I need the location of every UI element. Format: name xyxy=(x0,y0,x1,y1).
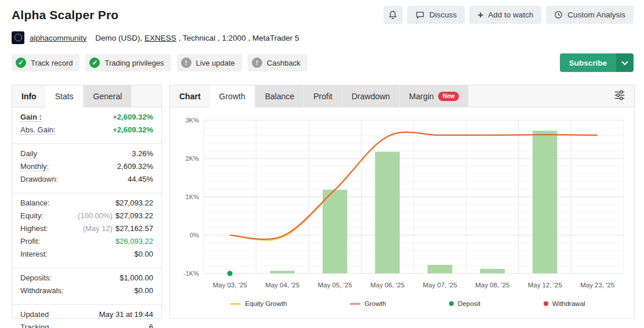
custom-analysis-button[interactable]: Custom Analysis xyxy=(546,6,634,24)
account-avatar[interactable] xyxy=(12,31,24,44)
legend-label: Withdrawal xyxy=(552,300,585,307)
stat-label[interactable]: Abs. Gain: xyxy=(20,125,56,135)
badge-label: Live update xyxy=(196,59,235,67)
subscribe-dropdown-button[interactable] xyxy=(616,53,634,72)
growth-chart-area[interactable]: 3K%2K%1K%0%-1K%May 03, '25May 04, '25May… xyxy=(170,107,634,294)
discuss-label: Discuss xyxy=(429,10,457,19)
chevron-down-icon xyxy=(621,57,628,68)
stat-value: 44.45% xyxy=(128,175,153,183)
stat-label[interactable]: Gain : xyxy=(20,113,42,122)
badge-cashback[interactable]: ! Cashback xyxy=(248,54,307,71)
stat-label[interactable]: Monthly: xyxy=(20,162,49,171)
svg-text:1K%: 1K% xyxy=(186,193,199,200)
account-meta: Demo (USD), EXNESS , Technical , 1:2000 … xyxy=(95,34,299,42)
stat-row-drawdown: Drawdown: 44.45% xyxy=(20,175,153,188)
subscribe-split-button: Subscribe xyxy=(560,53,634,72)
stat-label[interactable]: Daily xyxy=(20,149,37,158)
check-icon: ✓ xyxy=(89,57,100,68)
stat-row-abs-gain: Abs. Gain: +2,609.32% xyxy=(20,125,153,138)
stat-value-main: $27,162.57 xyxy=(115,224,153,233)
svg-text:May 03, '25: May 03, '25 xyxy=(213,282,247,289)
svg-text:May 07, '25: May 07, '25 xyxy=(423,282,457,289)
chart-tabs: Chart Growth Balance Profit Drawdown Mar… xyxy=(170,85,634,107)
legend-label: Equity Growth xyxy=(245,300,287,307)
header: Alpha Scalper Pro Discuss + Add to watch xyxy=(12,6,634,24)
stat-value: (May 12)$27,162.57 xyxy=(83,224,153,233)
legend-item[interactable]: Deposit xyxy=(449,300,480,307)
stat-group-rates: Daily 3.26% Monthly: 2,609.32% Drawdown:… xyxy=(12,144,161,193)
tab-growth[interactable]: Growth xyxy=(210,85,255,107)
badge-track-record[interactable]: ✓ Track record xyxy=(12,54,79,71)
stat-row-deposits: Deposits: $1,000.00 xyxy=(20,273,153,286)
legend-item[interactable]: Growth xyxy=(350,300,386,307)
stat-value: $0.00 xyxy=(134,250,153,258)
badge-row: ✓ Track record ✓ Trading privileges ! Li… xyxy=(12,53,634,72)
broker-link[interactable]: EXNESS xyxy=(144,34,176,42)
stat-row-daily: Daily 3.26% xyxy=(20,149,153,162)
legend-item[interactable]: Equity Growth xyxy=(230,300,287,307)
svg-text:May 23, '25: May 23, '25 xyxy=(580,282,614,289)
info-tabs: Info Stats General xyxy=(12,85,161,107)
username-link[interactable]: alphacommunity xyxy=(30,34,86,42)
stat-value: $27,093.22 xyxy=(115,199,153,207)
stat-group-balance: Balance: $27,093.22 Equity: (100.00%)$27… xyxy=(12,193,161,268)
stat-label: Balance: xyxy=(20,199,50,207)
badge-trading-privileges[interactable]: ✓ Trading privileges xyxy=(85,54,171,71)
exclamation-icon: ! xyxy=(181,57,191,68)
tab-drawdown[interactable]: Drawdown xyxy=(342,85,399,107)
tab-profit[interactable]: Profit xyxy=(303,85,342,107)
subscribe-button[interactable]: Subscribe xyxy=(560,53,616,72)
stat-label: Interest: xyxy=(20,250,48,258)
plus-icon: + xyxy=(477,10,483,20)
badge-label: Track record xyxy=(31,59,73,67)
tab-general[interactable]: General xyxy=(84,85,132,107)
stat-value: $1,000.00 xyxy=(120,273,153,282)
svg-text:May 04, '25: May 04, '25 xyxy=(265,282,299,289)
tab-margin[interactable]: Margin New xyxy=(399,85,468,107)
svg-text:May 05, '25: May 05, '25 xyxy=(318,282,352,289)
tab-stats[interactable]: Stats xyxy=(46,85,84,107)
stat-row-balance: Balance: $27,093.22 xyxy=(20,199,153,211)
badge-live-update[interactable]: ! Live update xyxy=(177,54,242,71)
stat-group-deposits: Deposits: $1,000.00 Withdrawals: $0.00 xyxy=(12,268,161,305)
svg-text:May 08, '25: May 08, '25 xyxy=(475,282,509,289)
stat-group-gain: Gain : +2,609.32% Abs. Gain: +2,609.32% xyxy=(12,107,161,144)
account-meta-suffix: , Technical , 1:2000 , MetaTrader 5 xyxy=(179,34,299,42)
new-badge: New xyxy=(438,92,460,101)
chart-legend: Equity GrowthGrowthDepositWithdrawal xyxy=(170,294,634,307)
discuss-button[interactable]: Discuss xyxy=(407,6,465,24)
stat-row-updated: Updated May 31 at 19:44 xyxy=(20,310,153,323)
custom-analysis-label: Custom Analysis xyxy=(567,10,625,19)
stat-group-meta: Updated May 31 at 19:44 Tracking 6 xyxy=(12,305,161,328)
stat-row-withdrawals: Withdrawals: $0.00 xyxy=(20,286,153,299)
tab-balance[interactable]: Balance xyxy=(255,85,304,107)
svg-text:May 12, '25: May 12, '25 xyxy=(528,282,562,289)
svg-text:0%: 0% xyxy=(190,232,199,239)
stat-value: May 31 at 19:44 xyxy=(99,310,153,319)
stat-value-prefix: (100.00%) xyxy=(78,211,113,220)
stat-value: 2,609.32% xyxy=(117,162,153,171)
legend-dot-swatch xyxy=(544,301,548,306)
bell-icon xyxy=(388,10,397,20)
main-panels: Info Stats General Gain : +2,609.32% Abs… xyxy=(12,85,634,319)
stat-value: +2,609.32% xyxy=(113,125,153,134)
legend-label: Deposit xyxy=(458,300,480,307)
legend-line-swatch xyxy=(350,303,360,305)
legend-label: Growth xyxy=(364,300,386,307)
stat-value: +2,609.32% xyxy=(113,113,153,121)
stat-label: Updated xyxy=(20,310,49,319)
stat-value: $26,093.22 xyxy=(115,237,153,246)
add-to-watch-button[interactable]: + Add to watch xyxy=(469,6,541,24)
page-title: Alpha Scalper Pro xyxy=(12,8,118,22)
notifications-button[interactable] xyxy=(383,6,403,24)
stat-value: 3.26% xyxy=(132,149,153,158)
legend-item[interactable]: Withdrawal xyxy=(544,300,585,307)
stat-label: Deposits: xyxy=(20,273,52,282)
stat-label: Withdrawals: xyxy=(20,286,63,295)
stat-value: $0.00 xyxy=(134,286,153,295)
tab-info[interactable]: Info xyxy=(12,85,46,107)
page: Alpha Scalper Pro Discuss + Add to watch xyxy=(0,0,644,319)
chart-settings-button[interactable] xyxy=(613,85,634,107)
stat-value: (100.00%)$27,093.22 xyxy=(78,211,153,220)
growth-chart-canvas[interactable]: 3K%2K%1K%0%-1K%May 03, '25May 04, '25May… xyxy=(173,112,628,292)
